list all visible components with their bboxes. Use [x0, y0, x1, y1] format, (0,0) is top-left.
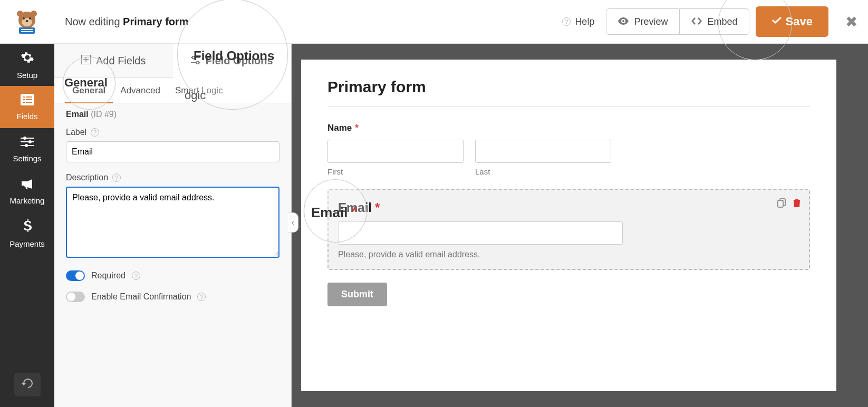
svg-point-19 — [23, 137, 26, 140]
sidebar-item-settings[interactable]: Settings — [0, 128, 54, 170]
required-row: Required ? — [54, 265, 291, 286]
confirmation-row: Enable Email Confirmation ? — [54, 286, 291, 307]
svg-rect-16 — [23, 102, 25, 103]
sidebar-item-setup[interactable]: Setup — [0, 44, 54, 86]
copy-icon — [777, 199, 786, 210]
email-field-label: Email * — [338, 200, 799, 215]
required-star-icon: * — [355, 123, 359, 133]
submit-label: Submit — [341, 289, 373, 299]
last-name-input[interactable] — [475, 140, 611, 163]
svg-rect-14 — [23, 99, 25, 100]
preview-label: Preview — [634, 16, 668, 27]
duplicate-field-button[interactable] — [777, 198, 786, 210]
first-name-input[interactable] — [327, 140, 464, 163]
subtab-advanced[interactable]: Advanced — [113, 78, 168, 103]
label-label: Label ? — [66, 128, 279, 137]
sliders-small-icon — [191, 55, 200, 67]
subtab-general[interactable]: General — [65, 78, 113, 103]
description-textarea[interactable] — [66, 187, 279, 258]
help-link[interactable]: ? Help — [562, 16, 594, 27]
delete-field-button[interactable] — [793, 198, 801, 210]
confirmation-toggle[interactable] — [66, 292, 85, 302]
svg-rect-9 — [21, 31, 33, 32]
workspace: Setup Fields Settings Marketing Payments — [0, 44, 868, 407]
side-nav: Setup Fields Settings Marketing Payments — [0, 44, 54, 407]
svg-rect-13 — [26, 96, 32, 98]
field-id-number: (ID #9) — [91, 110, 117, 119]
svg-point-4 — [23, 17, 25, 20]
svg-rect-15 — [26, 99, 32, 100]
help-tooltip-icon[interactable]: ? — [132, 272, 140, 280]
bullhorn-icon — [21, 178, 34, 193]
sidebar-item-payments[interactable]: Payments — [0, 212, 54, 255]
collapse-panel-button[interactable]: ‹ — [288, 212, 298, 232]
help-tooltip-icon[interactable]: ? — [112, 173, 121, 182]
email-input[interactable] — [338, 221, 623, 245]
description-row: Description ? — [54, 168, 291, 265]
help-icon: ? — [562, 17, 571, 26]
bear-logo-icon — [14, 8, 40, 35]
sidebar-label-payments: Payments — [9, 239, 45, 248]
editing-prefix: Now editing — [65, 16, 120, 27]
subtab-advanced-label: Advanced — [120, 85, 160, 96]
save-button[interactable]: Save — [756, 6, 828, 37]
field-name: Email — [66, 110, 89, 119]
top-actions: ? Help Preview Embed Save ✖ — [562, 6, 857, 37]
subtab-general-label: General — [72, 85, 105, 96]
form-title: Primary form — [327, 78, 810, 96]
eye-icon — [618, 16, 629, 27]
email-description: Please, provide a valid email address. — [338, 250, 799, 259]
required-star-icon: * — [375, 200, 380, 215]
svg-rect-20 — [21, 141, 34, 142]
required-toggle[interactable] — [66, 270, 85, 281]
sidebar-label-setup: Setup — [17, 71, 37, 80]
tab-add-fields[interactable]: Add Fields — [54, 44, 173, 78]
email-label-text: Email — [338, 200, 372, 215]
sidebar-item-fields[interactable]: Fields — [0, 86, 54, 128]
preview-button[interactable]: Preview — [606, 8, 680, 35]
editing-label: Now editing Primary form — [65, 16, 189, 28]
list-icon — [21, 94, 34, 109]
help-label: Help — [575, 16, 594, 27]
form-name: Primary form — [123, 16, 189, 27]
history-button[interactable] — [14, 373, 41, 396]
tab-field-options[interactable]: Field Options — [173, 44, 292, 78]
last-sublabel: Last — [475, 167, 611, 176]
options-panel: Add Fields Field Options General Advance… — [54, 44, 292, 407]
submit-button[interactable]: Submit — [327, 283, 387, 306]
panel-tabs: Add Fields Field Options — [54, 44, 291, 78]
sidebar-label-fields: Fields — [16, 112, 37, 121]
preview-card: Primary form Name * First Last — [301, 60, 836, 391]
svg-rect-18 — [21, 138, 34, 139]
tab-field-options-label: Field Options — [206, 55, 273, 67]
name-label-text: Name — [327, 123, 352, 133]
email-field-block[interactable]: Email * Please, provide a valid email ad… — [327, 189, 810, 270]
subtab-smart-logic[interactable]: Smart Logic — [168, 78, 230, 103]
close-button[interactable]: ✖ — [845, 13, 857, 31]
trash-icon — [793, 199, 801, 210]
field-identifier: Email (ID #9) — [54, 103, 291, 122]
first-name-col: First — [327, 140, 464, 176]
svg-point-23 — [25, 144, 28, 147]
embed-button[interactable]: Embed — [680, 8, 749, 35]
gear-icon — [21, 51, 34, 67]
svg-point-6 — [26, 20, 28, 22]
field-actions — [777, 198, 801, 210]
sidebar-item-marketing[interactable]: Marketing — [0, 170, 54, 212]
help-tooltip-icon[interactable]: ? — [91, 128, 99, 137]
svg-rect-8 — [21, 29, 33, 30]
svg-rect-17 — [26, 102, 32, 103]
description-text: Description — [66, 173, 108, 182]
first-sublabel: First — [327, 167, 464, 176]
svg-rect-12 — [23, 96, 25, 98]
name-field-block[interactable]: Name * First Last — [327, 123, 810, 176]
svg-point-5 — [29, 17, 31, 20]
svg-point-21 — [28, 140, 32, 143]
label-row: Label ? — [54, 122, 291, 168]
sidebar-label-marketing: Marketing — [10, 196, 45, 205]
confirmation-label: Enable Email Confirmation — [91, 292, 191, 302]
label-input[interactable] — [66, 141, 279, 162]
tab-add-fields-label: Add Fields — [96, 55, 146, 67]
embed-label: Embed — [707, 16, 737, 27]
help-tooltip-icon[interactable]: ? — [197, 293, 206, 301]
